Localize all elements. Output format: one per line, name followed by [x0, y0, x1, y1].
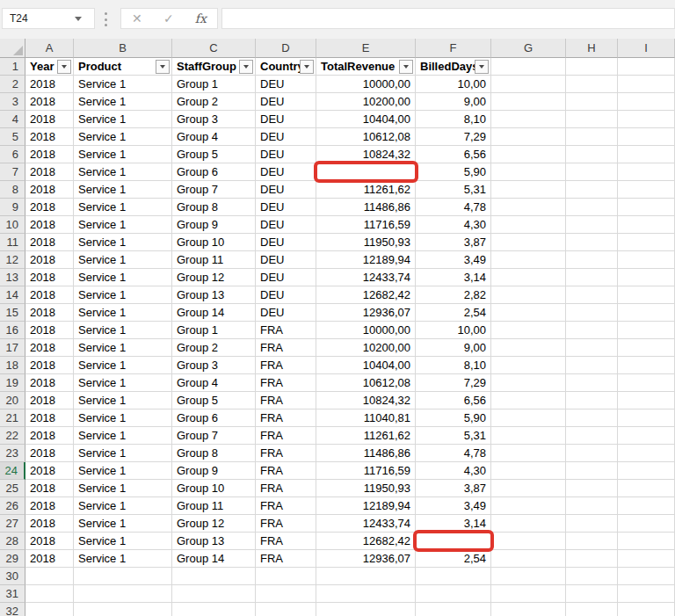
row-header-28[interactable]: 28 — [0, 533, 25, 550]
row-header-17[interactable]: 17 — [0, 339, 25, 357]
cell-E3[interactable]: 10200,00 — [316, 93, 416, 111]
cell-C4[interactable]: Group 3 — [172, 111, 256, 128]
cell-F5[interactable]: 7,29 — [416, 128, 491, 146]
cell-H25[interactable] — [566, 480, 618, 497]
cell-D10[interactable]: DEU — [256, 216, 316, 234]
cell-E27[interactable]: 12433,74 — [316, 515, 416, 533]
cell-F22[interactable]: 5,31 — [416, 427, 491, 445]
row-header-19[interactable]: 19 — [0, 374, 25, 392]
select-all-button[interactable] — [0, 39, 25, 58]
cell-H26[interactable] — [566, 497, 618, 515]
cell-D23[interactable]: FRA — [256, 445, 316, 462]
cell-F3[interactable]: 9,00 — [416, 93, 491, 111]
filter-button-Product[interactable] — [156, 60, 170, 74]
cell-E30[interactable] — [316, 568, 416, 585]
cell-D20[interactable]: FRA — [256, 392, 316, 409]
row-header-8[interactable]: 8 — [0, 181, 25, 199]
cell-H19[interactable] — [566, 374, 618, 392]
cell-F26[interactable]: 3,49 — [416, 497, 491, 515]
cell-I13[interactable] — [618, 269, 675, 286]
cell-I8[interactable] — [618, 181, 675, 199]
cell-G18[interactable] — [491, 357, 566, 374]
cell-A8[interactable]: 2018 — [25, 181, 74, 199]
cell-E18[interactable]: 10404,00 — [316, 357, 416, 374]
enter-icon[interactable]: ✓ — [163, 12, 174, 25]
cell-I27[interactable] — [618, 515, 675, 533]
cell-G26[interactable] — [491, 497, 566, 515]
cell-C12[interactable]: Group 11 — [172, 251, 256, 269]
cell-D32[interactable] — [256, 603, 316, 616]
cell-G24[interactable] — [491, 462, 566, 480]
column-header-D[interactable]: D — [256, 39, 316, 58]
cell-C17[interactable]: Group 2 — [172, 339, 256, 357]
cell-A1[interactable]: Year — [25, 58, 74, 76]
cell-D17[interactable]: FRA — [256, 339, 316, 357]
cell-B11[interactable]: Service 1 — [74, 234, 172, 251]
cell-E20[interactable]: 10824,32 — [316, 392, 416, 409]
cell-D11[interactable]: DEU — [256, 234, 316, 251]
cell-B30[interactable] — [74, 568, 172, 585]
cell-I22[interactable] — [618, 427, 675, 445]
cell-H1[interactable] — [566, 58, 618, 76]
cell-I24[interactable] — [618, 462, 675, 480]
row-header-25[interactable]: 25 — [0, 480, 25, 497]
cell-A11[interactable]: 2018 — [25, 234, 74, 251]
cell-D31[interactable] — [256, 585, 316, 603]
cell-C21[interactable]: Group 6 — [172, 409, 256, 427]
cell-I16[interactable] — [618, 322, 675, 339]
cell-H3[interactable] — [566, 93, 618, 111]
cell-C10[interactable]: Group 9 — [172, 216, 256, 234]
cell-G5[interactable] — [491, 128, 566, 146]
cell-B21[interactable]: Service 1 — [74, 409, 172, 427]
cell-C31[interactable] — [172, 585, 256, 603]
cell-I19[interactable] — [618, 374, 675, 392]
cell-E12[interactable]: 12189,94 — [316, 251, 416, 269]
cell-B5[interactable]: Service 1 — [74, 128, 172, 146]
cell-G19[interactable] — [491, 374, 566, 392]
cell-F21[interactable]: 5,90 — [416, 409, 491, 427]
filter-button-TotalRevenue[interactable] — [399, 60, 413, 74]
cell-B7[interactable]: Service 1 — [74, 163, 172, 181]
cell-C8[interactable]: Group 7 — [172, 181, 256, 199]
cell-H31[interactable] — [566, 585, 618, 603]
cell-D29[interactable]: FRA — [256, 550, 316, 568]
formula-input[interactable] — [222, 9, 674, 28]
cell-F9[interactable]: 4,78 — [416, 199, 491, 216]
cell-E22[interactable]: 11261,62 — [316, 427, 416, 445]
row-header-26[interactable]: 26 — [0, 497, 25, 515]
cell-I31[interactable] — [618, 585, 675, 603]
cell-C2[interactable]: Group 1 — [172, 76, 256, 93]
cell-B26[interactable]: Service 1 — [74, 497, 172, 515]
cell-G27[interactable] — [491, 515, 566, 533]
cell-A10[interactable]: 2018 — [25, 216, 74, 234]
cell-I9[interactable] — [618, 199, 675, 216]
cell-F12[interactable]: 3,49 — [416, 251, 491, 269]
row-header-27[interactable]: 27 — [0, 515, 25, 533]
cell-H22[interactable] — [566, 427, 618, 445]
cell-B20[interactable]: Service 1 — [74, 392, 172, 409]
cell-G23[interactable] — [491, 445, 566, 462]
cell-A16[interactable]: 2018 — [25, 322, 74, 339]
cell-I20[interactable] — [618, 392, 675, 409]
cell-F4[interactable]: 8,10 — [416, 111, 491, 128]
cell-B12[interactable]: Service 1 — [74, 251, 172, 269]
cell-G28[interactable] — [491, 533, 566, 550]
cell-D24[interactable]: FRA — [256, 462, 316, 480]
cell-A32[interactable] — [25, 603, 74, 616]
cell-G22[interactable] — [491, 427, 566, 445]
cell-E1[interactable]: TotalRevenue — [316, 58, 416, 76]
cell-C1[interactable]: StaffGroup — [172, 58, 256, 76]
cell-I3[interactable] — [618, 93, 675, 111]
cell-H16[interactable] — [566, 322, 618, 339]
cell-D30[interactable] — [256, 568, 316, 585]
cell-E28[interactable]: 12682,42 — [316, 533, 416, 550]
cell-C25[interactable]: Group 10 — [172, 480, 256, 497]
row-header-20[interactable]: 20 — [0, 392, 25, 409]
cell-H8[interactable] — [566, 181, 618, 199]
row-header-18[interactable]: 18 — [0, 357, 25, 374]
cell-B13[interactable]: Service 1 — [74, 269, 172, 286]
cell-D7[interactable]: DEU — [256, 163, 316, 181]
cell-H9[interactable] — [566, 199, 618, 216]
cell-B24[interactable]: Service 1 — [74, 462, 172, 480]
cell-E11[interactable]: 11950,93 — [316, 234, 416, 251]
